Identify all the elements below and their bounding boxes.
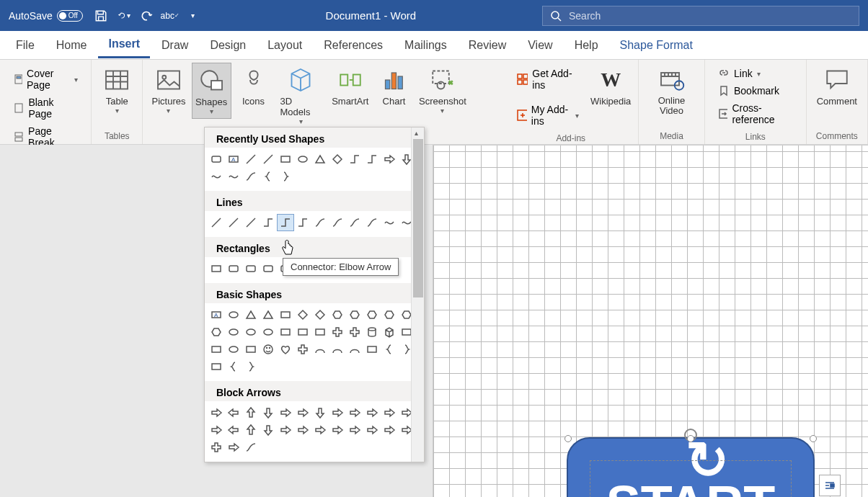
shape-option[interactable] (329, 421, 346, 439)
shape-option[interactable] (329, 323, 346, 341)
redo-icon[interactable] (141, 9, 154, 22)
shape-option[interactable] (277, 214, 294, 231)
chart-button[interactable]: Chart (375, 63, 414, 109)
smartart-button[interactable]: SmartArt (329, 63, 371, 109)
shape-option[interactable] (208, 421, 225, 439)
shape-option[interactable] (329, 151, 346, 168)
shape-option[interactable] (242, 341, 260, 358)
shape-option[interactable] (277, 168, 294, 185)
shape-option[interactable] (242, 404, 260, 421)
shape-option[interactable] (311, 404, 329, 421)
shape-option[interactable] (381, 404, 398, 421)
shape-option[interactable] (260, 323, 277, 341)
shape-option[interactable] (363, 341, 381, 358)
tab-file[interactable]: File (6, 33, 45, 58)
shape-option[interactable] (363, 421, 381, 439)
shape-option[interactable] (311, 323, 329, 341)
shape-option[interactable] (260, 421, 277, 439)
shape-option[interactable] (329, 341, 346, 358)
shape-option[interactable] (277, 323, 294, 341)
shape-option[interactable] (346, 151, 363, 168)
shape-option[interactable] (260, 404, 277, 421)
shape-option[interactable] (225, 404, 242, 421)
shape-option[interactable] (363, 306, 381, 323)
shape-option[interactable] (294, 404, 311, 421)
shape-option[interactable] (294, 214, 311, 231)
tab-help[interactable]: Help (564, 33, 608, 58)
wikipedia-button[interactable]: W Wikipedia (589, 63, 632, 109)
shape-option[interactable] (208, 260, 225, 277)
tab-mailings[interactable]: Mailings (394, 33, 457, 58)
qat-customize-icon[interactable]: ▾ (187, 9, 200, 22)
blank-page-button[interactable]: Blank Page (9, 94, 82, 122)
link-button[interactable]: Link ▾ (714, 66, 797, 81)
tab-design[interactable]: Design (200, 33, 256, 58)
shape-option[interactable] (208, 341, 225, 358)
shape-option[interactable] (311, 214, 329, 231)
shape-option[interactable] (363, 323, 381, 341)
shape-option[interactable] (294, 341, 311, 358)
resize-handle[interactable] (564, 435, 572, 442)
shape-option[interactable] (242, 439, 260, 456)
shape-option[interactable] (346, 404, 363, 421)
tab-view[interactable]: View (518, 33, 562, 58)
table-button[interactable]: Table▾ (97, 63, 136, 117)
shape-option[interactable] (311, 151, 329, 168)
bookmark-button[interactable]: Bookmark (714, 83, 797, 99)
shape-option[interactable] (260, 168, 277, 185)
shape-option[interactable] (225, 439, 242, 456)
document-canvas[interactable]: ↻ START (0, 145, 868, 497)
shape-option[interactable] (346, 341, 363, 358)
shape-option[interactable] (381, 421, 398, 439)
shape-option[interactable] (260, 341, 277, 358)
shape-option[interactable] (363, 404, 381, 421)
shape-option[interactable] (208, 358, 225, 375)
shape-option[interactable] (208, 439, 225, 456)
spellcheck-icon[interactable]: abc✓ (164, 9, 177, 22)
resize-handle[interactable] (810, 435, 817, 442)
shape-option[interactable] (363, 214, 381, 231)
scrollbar-thumb[interactable] (413, 139, 423, 297)
shape-option[interactable] (294, 421, 311, 439)
shape-option[interactable] (294, 306, 311, 323)
shape-option[interactable] (277, 421, 294, 439)
shape-option[interactable] (242, 323, 260, 341)
shape-option[interactable] (277, 306, 294, 323)
tab-references[interactable]: References (314, 33, 393, 58)
shape-option[interactable] (242, 306, 260, 323)
shape-option[interactable] (208, 168, 225, 185)
shape-option[interactable] (311, 421, 329, 439)
shape-option[interactable] (225, 260, 242, 277)
shape-option[interactable] (311, 306, 329, 323)
toggle-switch[interactable]: Off (57, 10, 83, 22)
shape-option[interactable] (225, 323, 242, 341)
shape-option[interactable] (346, 323, 363, 341)
shape-option[interactable] (346, 421, 363, 439)
shape-option[interactable] (225, 358, 242, 375)
comment-button[interactable]: Comment (812, 63, 862, 109)
shape-option[interactable] (260, 260, 277, 277)
cross-reference-button[interactable]: Cross-reference (714, 100, 797, 127)
screenshot-button[interactable]: Screenshot▾ (417, 63, 469, 117)
shapes-button[interactable]: Shapes▾ (192, 63, 231, 119)
shape-option[interactable] (277, 404, 294, 421)
layout-options-icon[interactable] (819, 475, 841, 496)
tab-draw[interactable]: Draw (151, 33, 198, 58)
shape-option[interactable] (381, 151, 398, 168)
shape-option[interactable] (242, 358, 260, 375)
shape-option[interactable] (208, 323, 225, 341)
3d-models-button[interactable]: 3D Models▾ (276, 63, 327, 128)
shape-option[interactable] (208, 214, 225, 231)
shape-option[interactable] (294, 323, 311, 341)
search-input[interactable] (569, 10, 851, 22)
shape-option[interactable] (242, 151, 260, 168)
shape-option[interactable] (311, 341, 329, 358)
my-addins-button[interactable]: My Add-ins▾ (512, 102, 583, 129)
cover-page-button[interactable]: Cover Page▾ (9, 66, 82, 93)
shape-option[interactable] (225, 306, 242, 323)
shape-option[interactable] (225, 421, 242, 439)
shape-option[interactable] (242, 260, 260, 277)
shape-option[interactable]: A (208, 306, 225, 323)
shape-option[interactable] (260, 306, 277, 323)
shape-option[interactable] (363, 151, 381, 168)
